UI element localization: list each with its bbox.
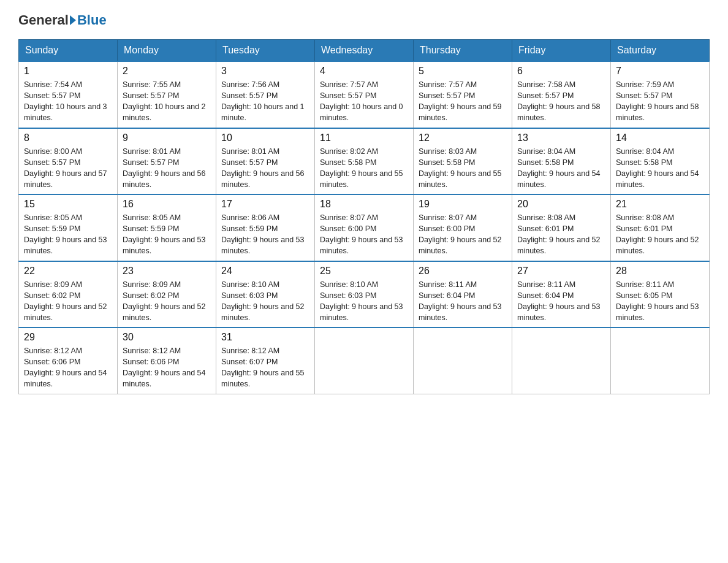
day-number: 1 bbox=[24, 66, 112, 77]
col-wednesday: Wednesday bbox=[315, 40, 414, 62]
day-number: 25 bbox=[320, 266, 408, 277]
day-info: Sunrise: 8:03 AMSunset: 5:58 PMDaylight:… bbox=[419, 146, 507, 191]
day-info: Sunrise: 8:07 AMSunset: 6:00 PMDaylight:… bbox=[320, 212, 408, 257]
day-info: Sunrise: 7:57 AMSunset: 5:57 PMDaylight:… bbox=[419, 79, 507, 124]
col-saturday: Saturday bbox=[611, 40, 710, 62]
logo-general-text: General bbox=[18, 12, 69, 28]
day-number: 18 bbox=[320, 199, 408, 210]
calendar-cell: 10Sunrise: 8:01 AMSunset: 5:57 PMDayligh… bbox=[216, 128, 315, 195]
day-info: Sunrise: 7:57 AMSunset: 5:57 PMDaylight:… bbox=[320, 79, 408, 124]
day-number: 19 bbox=[419, 199, 507, 210]
calendar-cell: 30Sunrise: 8:12 AMSunset: 6:06 PMDayligh… bbox=[118, 327, 216, 394]
day-number: 24 bbox=[221, 266, 309, 277]
day-info: Sunrise: 8:12 AMSunset: 6:06 PMDaylight:… bbox=[24, 345, 112, 390]
day-info: Sunrise: 7:59 AMSunset: 5:57 PMDaylight:… bbox=[616, 79, 704, 124]
day-info: Sunrise: 7:58 AMSunset: 5:57 PMDaylight:… bbox=[517, 79, 605, 124]
day-number: 29 bbox=[24, 332, 112, 343]
calendar-cell: 9Sunrise: 8:01 AMSunset: 5:57 PMDaylight… bbox=[118, 128, 216, 195]
calendar-cell: 23Sunrise: 8:09 AMSunset: 6:02 PMDayligh… bbox=[118, 261, 216, 328]
calendar-cell: 25Sunrise: 8:10 AMSunset: 6:03 PMDayligh… bbox=[315, 261, 414, 328]
calendar-cell: 22Sunrise: 8:09 AMSunset: 6:02 PMDayligh… bbox=[19, 261, 118, 328]
day-info: Sunrise: 8:11 AMSunset: 6:04 PMDaylight:… bbox=[419, 279, 507, 324]
calendar-cell: 26Sunrise: 8:11 AMSunset: 6:04 PMDayligh… bbox=[414, 261, 512, 328]
calendar-cell: 8Sunrise: 8:00 AMSunset: 5:57 PMDaylight… bbox=[19, 128, 118, 195]
day-number: 15 bbox=[24, 199, 112, 210]
col-tuesday: Tuesday bbox=[216, 40, 315, 62]
logo-arrow-icon bbox=[70, 15, 76, 25]
calendar-cell: 18Sunrise: 8:07 AMSunset: 6:00 PMDayligh… bbox=[315, 194, 414, 261]
day-info: Sunrise: 8:11 AMSunset: 6:05 PMDaylight:… bbox=[616, 279, 704, 324]
day-number: 6 bbox=[517, 66, 605, 77]
calendar-cell: 13Sunrise: 8:04 AMSunset: 5:58 PMDayligh… bbox=[512, 128, 611, 195]
day-info: Sunrise: 8:07 AMSunset: 6:00 PMDaylight:… bbox=[419, 212, 507, 257]
col-monday: Monday bbox=[118, 40, 216, 62]
week-row-4: 22Sunrise: 8:09 AMSunset: 6:02 PMDayligh… bbox=[19, 261, 710, 328]
day-info: Sunrise: 7:54 AMSunset: 5:57 PMDaylight:… bbox=[24, 79, 112, 124]
logo: General Blue bbox=[18, 12, 107, 28]
week-row-1: 1Sunrise: 7:54 AMSunset: 5:57 PMDaylight… bbox=[19, 61, 710, 128]
day-info: Sunrise: 8:01 AMSunset: 5:57 PMDaylight:… bbox=[221, 146, 309, 191]
day-info: Sunrise: 7:55 AMSunset: 5:57 PMDaylight:… bbox=[123, 79, 211, 124]
day-info: Sunrise: 8:10 AMSunset: 6:03 PMDaylight:… bbox=[320, 279, 408, 324]
calendar-cell: 4Sunrise: 7:57 AMSunset: 5:57 PMDaylight… bbox=[315, 61, 414, 128]
day-number: 12 bbox=[419, 132, 507, 144]
day-number: 27 bbox=[517, 266, 605, 277]
page-header: General Blue bbox=[18, 12, 710, 28]
calendar-cell bbox=[414, 327, 512, 394]
day-number: 16 bbox=[123, 199, 211, 210]
day-number: 22 bbox=[24, 266, 112, 277]
col-friday: Friday bbox=[512, 40, 611, 62]
calendar-cell: 1Sunrise: 7:54 AMSunset: 5:57 PMDaylight… bbox=[19, 61, 118, 128]
calendar-cell: 28Sunrise: 8:11 AMSunset: 6:05 PMDayligh… bbox=[611, 261, 710, 328]
day-number: 7 bbox=[616, 66, 704, 77]
day-info: Sunrise: 8:12 AMSunset: 6:06 PMDaylight:… bbox=[123, 345, 211, 390]
day-info: Sunrise: 8:04 AMSunset: 5:58 PMDaylight:… bbox=[616, 146, 704, 191]
week-row-2: 8Sunrise: 8:00 AMSunset: 5:57 PMDaylight… bbox=[19, 128, 710, 195]
day-number: 23 bbox=[123, 266, 211, 277]
week-row-3: 15Sunrise: 8:05 AMSunset: 5:59 PMDayligh… bbox=[19, 194, 710, 261]
day-number: 4 bbox=[320, 66, 408, 77]
col-thursday: Thursday bbox=[414, 40, 512, 62]
day-info: Sunrise: 8:05 AMSunset: 5:59 PMDaylight:… bbox=[123, 212, 211, 257]
calendar-cell: 20Sunrise: 8:08 AMSunset: 6:01 PMDayligh… bbox=[512, 194, 611, 261]
day-info: Sunrise: 8:08 AMSunset: 6:01 PMDaylight:… bbox=[616, 212, 704, 257]
day-info: Sunrise: 8:05 AMSunset: 5:59 PMDaylight:… bbox=[24, 212, 112, 257]
col-sunday: Sunday bbox=[19, 40, 118, 62]
calendar-cell bbox=[512, 327, 611, 394]
day-info: Sunrise: 8:02 AMSunset: 5:58 PMDaylight:… bbox=[320, 146, 408, 191]
calendar-cell: 21Sunrise: 8:08 AMSunset: 6:01 PMDayligh… bbox=[611, 194, 710, 261]
day-info: Sunrise: 8:10 AMSunset: 6:03 PMDaylight:… bbox=[221, 279, 309, 324]
day-number: 3 bbox=[221, 66, 309, 77]
day-number: 31 bbox=[221, 332, 309, 343]
calendar-cell: 29Sunrise: 8:12 AMSunset: 6:06 PMDayligh… bbox=[19, 327, 118, 394]
calendar-cell: 14Sunrise: 8:04 AMSunset: 5:58 PMDayligh… bbox=[611, 128, 710, 195]
calendar-cell: 11Sunrise: 8:02 AMSunset: 5:58 PMDayligh… bbox=[315, 128, 414, 195]
day-info: Sunrise: 8:01 AMSunset: 5:57 PMDaylight:… bbox=[123, 146, 211, 191]
day-info: Sunrise: 8:04 AMSunset: 5:58 PMDaylight:… bbox=[517, 146, 605, 191]
calendar-cell: 7Sunrise: 7:59 AMSunset: 5:57 PMDaylight… bbox=[611, 61, 710, 128]
day-info: Sunrise: 8:00 AMSunset: 5:57 PMDaylight:… bbox=[24, 146, 112, 191]
day-info: Sunrise: 8:09 AMSunset: 6:02 PMDaylight:… bbox=[123, 279, 211, 324]
calendar-cell: 19Sunrise: 8:07 AMSunset: 6:00 PMDayligh… bbox=[414, 194, 512, 261]
day-number: 20 bbox=[517, 199, 605, 210]
day-info: Sunrise: 8:09 AMSunset: 6:02 PMDaylight:… bbox=[24, 279, 112, 324]
day-number: 14 bbox=[616, 132, 704, 144]
calendar-table: Sunday Monday Tuesday Wednesday Thursday… bbox=[18, 39, 710, 394]
day-number: 21 bbox=[616, 199, 704, 210]
calendar-cell: 5Sunrise: 7:57 AMSunset: 5:57 PMDaylight… bbox=[414, 61, 512, 128]
calendar-cell bbox=[315, 327, 414, 394]
calendar-cell: 27Sunrise: 8:11 AMSunset: 6:04 PMDayligh… bbox=[512, 261, 611, 328]
calendar-cell bbox=[611, 327, 710, 394]
day-number: 17 bbox=[221, 199, 309, 210]
day-number: 30 bbox=[123, 332, 211, 343]
day-number: 13 bbox=[517, 132, 605, 144]
calendar-cell: 2Sunrise: 7:55 AMSunset: 5:57 PMDaylight… bbox=[118, 61, 216, 128]
day-number: 26 bbox=[419, 266, 507, 277]
day-number: 10 bbox=[221, 132, 309, 144]
calendar-cell: 12Sunrise: 8:03 AMSunset: 5:58 PMDayligh… bbox=[414, 128, 512, 195]
week-row-5: 29Sunrise: 8:12 AMSunset: 6:06 PMDayligh… bbox=[19, 327, 710, 394]
day-number: 11 bbox=[320, 132, 408, 144]
calendar-header-row: Sunday Monday Tuesday Wednesday Thursday… bbox=[19, 40, 710, 62]
day-info: Sunrise: 8:12 AMSunset: 6:07 PMDaylight:… bbox=[221, 345, 309, 390]
calendar-cell: 3Sunrise: 7:56 AMSunset: 5:57 PMDaylight… bbox=[216, 61, 315, 128]
